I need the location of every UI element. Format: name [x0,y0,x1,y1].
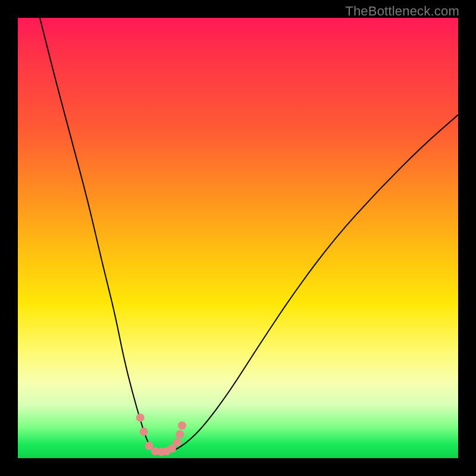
marker-dot [176,430,184,439]
marker-dot [136,414,145,422]
marker-dot [140,428,148,436]
marker-group [136,414,186,456]
watermark-text: TheBottleneck.com [345,4,459,19]
outer-frame: TheBottleneck.com [0,0,476,476]
bottleneck-curve [40,18,458,453]
plot-area [18,18,458,458]
marker-dot [173,438,181,446]
chart-svg [18,18,458,458]
marker-dot [178,421,186,430]
